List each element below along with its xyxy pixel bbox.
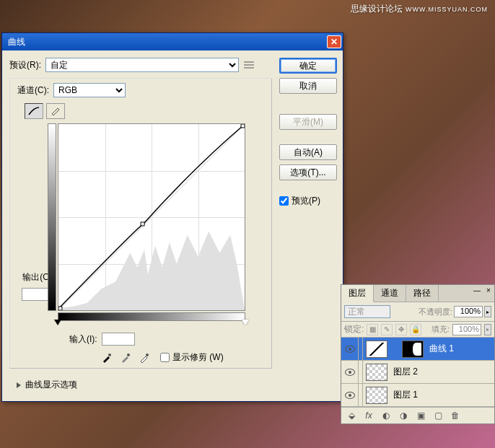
fill-arrow-icon[interactable]: ▸	[484, 324, 491, 335]
layers-panel: 图层 通道 路径 — × 正常 不透明度: 100% ▸ 锁定: ▦ ✎ ✥ 🔒…	[341, 284, 495, 424]
layer-name[interactable]: 图层 1	[390, 389, 494, 401]
ok-button[interactable]: 确定	[279, 58, 337, 74]
white-eyedropper-icon[interactable]	[139, 352, 150, 364]
blend-mode-select[interactable]: 正常	[344, 305, 390, 318]
preset-menu-icon[interactable]	[243, 59, 255, 71]
watermark-text: 思缘设计论坛 WWW.MISSYUAN.COM	[351, 3, 488, 15]
input-label: 输入(I):	[69, 333, 97, 346]
options-button[interactable]: 选项(T)...	[279, 164, 337, 180]
chevron-right-icon	[17, 382, 21, 388]
svg-point-8	[127, 353, 130, 356]
adjustment-icon[interactable]: ◑	[398, 410, 409, 421]
visibility-icon[interactable]	[345, 346, 355, 353]
layer-list: 曲线 1 图层 2 图层 1	[341, 338, 494, 407]
expand-options[interactable]: 曲线显示选项	[17, 379, 272, 391]
layer-item[interactable]: 图层 1	[341, 384, 494, 407]
layer-thumb[interactable]	[366, 387, 387, 404]
lock-transparent-icon[interactable]: ▦	[367, 324, 378, 335]
preset-select[interactable]: 自定	[45, 58, 239, 72]
layer-name[interactable]: 图层 2	[390, 366, 494, 378]
lock-move-icon[interactable]: ✥	[395, 324, 407, 335]
mask-icon[interactable]: ◐	[380, 410, 392, 421]
layer-item[interactable]: 图层 2	[341, 361, 494, 384]
adjustment-thumb[interactable]	[366, 341, 387, 358]
folder-icon[interactable]: ▣	[415, 410, 426, 421]
preset-label: 预设(R):	[9, 59, 41, 71]
tab-layers[interactable]: 图层	[341, 285, 374, 302]
svg-point-7	[108, 353, 111, 356]
preview-checkbox[interactable]: 预览(P)	[279, 195, 337, 207]
auto-button[interactable]: 自动(A)	[279, 144, 337, 160]
black-eyedropper-icon[interactable]	[101, 352, 113, 364]
fill-label: 填充:	[432, 324, 450, 335]
horizontal-gradient	[58, 312, 245, 321]
pencil-tool-icon[interactable]	[46, 103, 65, 119]
white-point-slider[interactable]	[242, 320, 249, 325]
histogram	[58, 124, 245, 310]
slider-track[interactable]	[58, 321, 245, 330]
fill-field[interactable]: 100%	[452, 324, 481, 335]
visibility-icon[interactable]	[345, 369, 355, 376]
input-field[interactable]	[102, 333, 135, 346]
svg-point-9	[146, 353, 149, 356]
close-panel-icon[interactable]: ×	[484, 286, 493, 295]
layer-name[interactable]: 曲线 1	[426, 343, 494, 355]
tab-paths[interactable]: 路径	[406, 285, 439, 302]
new-layer-icon[interactable]: ▢	[432, 410, 444, 421]
curve-tool-icon[interactable]	[25, 103, 43, 119]
lock-paint-icon[interactable]: ✎	[381, 324, 393, 335]
show-clipping-checkbox[interactable]: 显示修剪 (W)	[160, 351, 224, 364]
dialog-titlebar[interactable]: 曲线 ✕	[2, 33, 343, 50]
dialog-title: 曲线	[8, 36, 25, 48]
fx-icon[interactable]: fx	[363, 410, 374, 421]
curve-graph[interactable]	[58, 123, 245, 311]
close-icon[interactable]: ✕	[327, 35, 341, 48]
mask-thumb[interactable]	[402, 341, 424, 358]
opacity-field[interactable]: 100%	[454, 306, 483, 317]
tab-channels[interactable]: 通道	[374, 285, 406, 302]
trash-icon[interactable]: 🗑	[450, 410, 461, 421]
visibility-icon[interactable]	[345, 392, 355, 399]
link-layers-icon[interactable]: ⬙	[346, 410, 357, 421]
opacity-arrow-icon[interactable]: ▸	[484, 306, 491, 317]
channel-label: 通道(C):	[17, 84, 49, 97]
lock-all-icon[interactable]: 🔒	[410, 324, 421, 335]
layer-thumb[interactable]	[366, 364, 387, 381]
opacity-label: 不透明度:	[419, 307, 452, 317]
cancel-button[interactable]: 取消	[279, 78, 337, 94]
smooth-button: 平滑(M)	[279, 114, 337, 130]
curves-dialog: 曲线 ✕ 预设(R): 自定 通道(C): RGB	[1, 32, 343, 402]
vertical-gradient	[48, 123, 56, 311]
lock-label: 锁定:	[344, 323, 364, 335]
channel-select[interactable]: RGB	[53, 83, 126, 97]
layer-item[interactable]: 曲线 1	[341, 338, 494, 361]
minimize-icon[interactable]: —	[473, 286, 481, 295]
black-point-slider[interactable]	[54, 320, 61, 325]
gray-eyedropper-icon[interactable]	[120, 352, 131, 364]
